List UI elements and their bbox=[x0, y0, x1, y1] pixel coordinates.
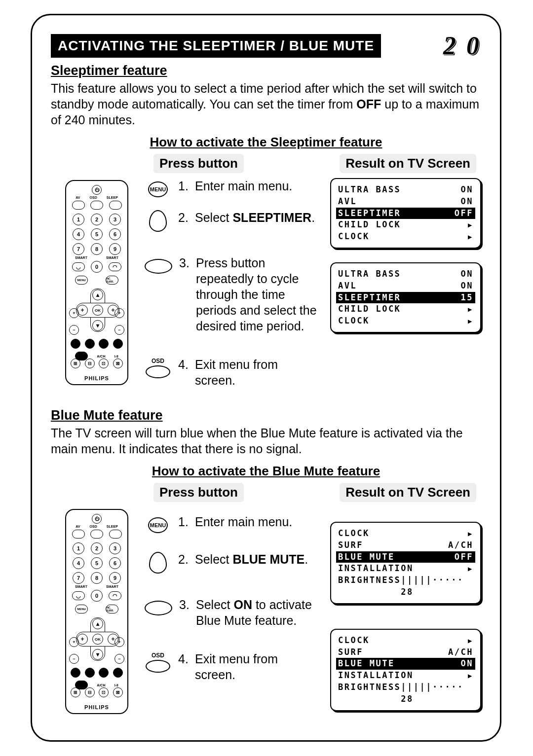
sleep-btn bbox=[109, 530, 122, 539]
color-btn bbox=[85, 339, 95, 349]
fn-btn: ⊞ bbox=[71, 687, 80, 697]
remote-brand: PHILIPS bbox=[66, 375, 127, 381]
step-2: 2.Select SLEEPTIMER. bbox=[178, 210, 320, 225]
num-btn: 5 bbox=[91, 557, 103, 569]
bluemute-description: The TV screen will turn blue when the Bl… bbox=[51, 425, 481, 457]
step-3: 3.Press button repeatedly to cycle throu… bbox=[179, 255, 320, 334]
power-btn: ⏻ bbox=[92, 185, 102, 195]
menu-btn: MENU bbox=[75, 276, 88, 285]
num-btn: 2 bbox=[91, 542, 103, 554]
tv-screen-4: CLOCK SURFA/CH BLUE MUTEON INSTALLATION … bbox=[330, 629, 481, 711]
fn-btn: ⊞ bbox=[71, 359, 80, 368]
smart-btn: ◡ bbox=[72, 262, 85, 271]
num-btn: 8 bbox=[91, 572, 103, 584]
fn-btn: ⊟ bbox=[85, 687, 95, 697]
num-btn: 1 bbox=[73, 214, 84, 225]
step-1: 1.Enter main menu. bbox=[178, 178, 320, 194]
num-btn: 0 bbox=[91, 590, 103, 602]
smart-btn: ◠ bbox=[109, 262, 121, 271]
num-btn: 9 bbox=[109, 572, 121, 584]
osd-btn bbox=[90, 530, 103, 539]
sleeptimer-results: ULTRA BASSON AVLON SLEEPTIMEROFF CHILD L… bbox=[320, 178, 481, 397]
av-btn bbox=[72, 201, 85, 210]
bm-step-2: 2.Select BLUE MUTE. bbox=[178, 551, 320, 567]
menu-btn: MENU bbox=[75, 605, 88, 613]
lbl: AV bbox=[76, 525, 80, 528]
sleep-btn bbox=[109, 201, 122, 210]
osd-label: OSD bbox=[152, 358, 164, 364]
ch-btn: − bbox=[114, 325, 124, 335]
bm-step-1: 1.Enter main menu. bbox=[178, 514, 320, 530]
num-btn: 7 bbox=[73, 243, 84, 255]
sleeptimer-steps: MENU 1.Enter main menu. 2.Select SLEEPTI… bbox=[143, 178, 320, 397]
fn-btn: ⊠ bbox=[113, 359, 123, 368]
num-btn: 0 bbox=[91, 261, 103, 273]
num-btn: 7 bbox=[73, 572, 84, 584]
num-btn: 4 bbox=[73, 228, 84, 240]
fn-btn: ⊟ bbox=[85, 359, 95, 368]
bluemute-steps: MENU 1.Enter main menu. 2.Select BLUE MU… bbox=[143, 507, 320, 725]
osd-btn bbox=[90, 201, 103, 210]
color-btn bbox=[113, 339, 123, 349]
page-header: ACTIVATING THE SLEEPTIMER / BLUE MUTE 2 … bbox=[51, 31, 481, 60]
sleeptimer-description: This feature allows you to select a time… bbox=[51, 80, 481, 128]
av-btn bbox=[72, 530, 85, 539]
remote-brand: PHILIPS bbox=[66, 704, 127, 710]
lbl: SLEEP bbox=[107, 525, 118, 528]
power-btn: ⏻ bbox=[92, 514, 102, 524]
bm-step-3: 3.Select ON to activate Blue Mute featur… bbox=[179, 597, 320, 628]
num-btn: 6 bbox=[109, 228, 121, 240]
tv-screen-1: ULTRA BASSON AVLON SLEEPTIMEROFF CHILD L… bbox=[330, 178, 481, 249]
num-btn: 6 bbox=[109, 557, 121, 569]
bluemute-grid: ⏻ AVOSDSLEEP 123 456 789 SMART SMART ◡0◠… bbox=[51, 507, 481, 725]
smart-btn: ◠ bbox=[109, 591, 121, 600]
lbl: A/CH bbox=[97, 355, 105, 358]
osd-label: OSD bbox=[152, 652, 164, 659]
up-btn: ▴ bbox=[92, 289, 103, 300]
color-btn bbox=[113, 668, 123, 678]
vol-btn: + bbox=[69, 637, 79, 647]
num-btn: 8 bbox=[91, 243, 103, 255]
result-label: Result on TV Screen bbox=[340, 154, 476, 173]
text-bold: OFF bbox=[356, 97, 381, 111]
nav-button-icon bbox=[149, 210, 167, 232]
page-number: 2 0 bbox=[443, 31, 481, 60]
remote-column-2: ⏻ AVOSDSLEEP 123 456 789 SMART SMART ◡0◠… bbox=[51, 507, 143, 725]
num-btn: 3 bbox=[109, 214, 121, 225]
bm-step-4: 4.Exit menu from screen. bbox=[178, 651, 320, 683]
num-btn: 1 bbox=[73, 542, 84, 554]
smart-btn: ◡ bbox=[72, 591, 85, 600]
lbl: SMART bbox=[106, 256, 118, 259]
tv-screen-2: ULTRA BASSON AVLON SLEEPTIMER15 CHILD LO… bbox=[330, 262, 481, 333]
num-btn: 5 bbox=[91, 228, 103, 240]
cycle-button-icon bbox=[145, 259, 172, 274]
manual-page: ACTIVATING THE SLEEPTIMER / BLUE MUTE 2 … bbox=[31, 14, 501, 742]
color-btn bbox=[71, 668, 80, 678]
bluemute-results: CLOCK SURFA/CH BLUE MUTEOFF INSTALLATION… bbox=[320, 507, 481, 725]
column-headers-2: Press button Result on TV Screen bbox=[153, 483, 481, 502]
ch-btn: − bbox=[114, 654, 124, 664]
fn-btn: ⊡ bbox=[99, 359, 109, 368]
up-btn: ▴ bbox=[92, 618, 103, 629]
vol-btn: + bbox=[69, 308, 79, 318]
color-btn bbox=[99, 668, 109, 678]
lbl: AV bbox=[76, 196, 80, 199]
bluemute-heading: Blue Mute feature bbox=[51, 408, 481, 423]
lbl: OSD bbox=[90, 196, 97, 199]
column-headers: Press button Result on TV Screen bbox=[153, 154, 481, 173]
press-button-label-2: Press button bbox=[153, 483, 244, 502]
tv-screen-3: CLOCK SURFA/CH BLUE MUTEOFF INSTALLATION… bbox=[330, 522, 481, 604]
result-label-2: Result on TV Screen bbox=[340, 483, 476, 502]
vol-btn: − bbox=[69, 325, 79, 335]
lbl: SMART bbox=[75, 256, 87, 259]
ch-btn: + bbox=[114, 308, 124, 318]
menu-button-icon: MENU bbox=[148, 181, 168, 197]
ch-btn: + bbox=[114, 637, 124, 647]
color-btn bbox=[71, 339, 80, 349]
sleeptimer-heading: Sleeptimer feature bbox=[51, 63, 481, 78]
press-button-label: Press button bbox=[153, 154, 244, 173]
fn-btn: ⊠ bbox=[113, 687, 123, 697]
fn-btn: ⊡ bbox=[99, 687, 109, 697]
menu-button-icon: MENU bbox=[148, 517, 168, 533]
osd-button-icon bbox=[146, 365, 170, 378]
